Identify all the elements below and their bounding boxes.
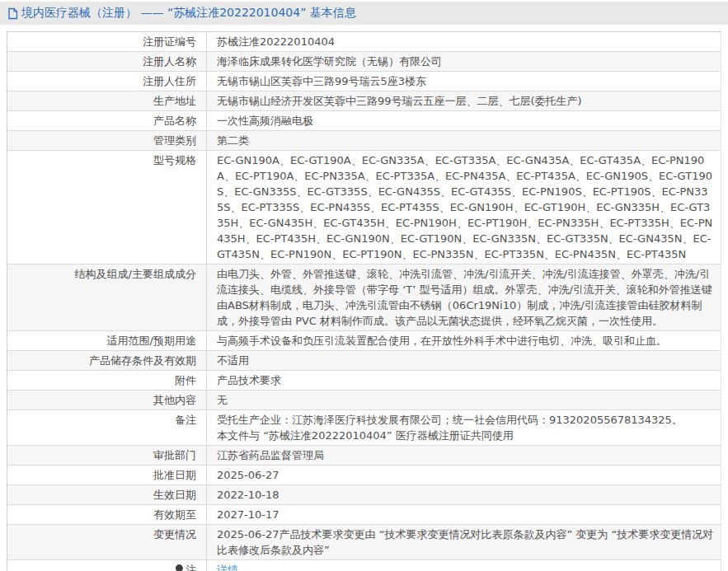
row-value: 2025-06-27 xyxy=(207,466,721,484)
row-label-text: 注 xyxy=(186,564,196,571)
row-label: 注册人住所 xyxy=(7,72,207,91)
table-row: 备注受托生产企业：江苏海泽医疗科技发展有限公司；统一社会信用代码：9132020… xyxy=(7,410,721,445)
note-icon xyxy=(174,564,184,571)
info-table: 注册证编号苏械注准20222010404注册人名称海泽临床成果转化医学研究院（无… xyxy=(7,31,721,571)
row-label-text: 审批部门 xyxy=(153,449,196,461)
table-row: 适用范围/预期用途与高频手术设备和负压引流装置配合使用，在开放性外科手术中进行电… xyxy=(7,330,721,350)
table-row: 产品名称一次性高频消融电极 xyxy=(7,110,721,130)
row-label-text: 注册证编号 xyxy=(143,35,196,48)
row-value: 受托生产企业：江苏海泽医疗科技发展有限公司；统一社会信用代码：913202055… xyxy=(207,410,721,445)
table-row: 生产地址无锡市锡山经济开发区芙蓉中三路99号瑞云五座一层、二层、七层(委托生产) xyxy=(7,91,721,110)
row-value: 无锡市锡山经济开发区芙蓉中三路99号瑞云五座一层、二层、七层(委托生产) xyxy=(207,91,721,110)
row-label-text: 注册人住所 xyxy=(143,75,196,87)
details-link[interactable]: 详情 xyxy=(217,564,238,571)
row-value: 与高频手术设备和负压引流装置配合使用，在开放性外科手术中进行电切、冲洗、吸引和止… xyxy=(207,331,721,350)
document-icon xyxy=(7,7,18,20)
row-label-text: 产品储存条件及有效期 xyxy=(89,354,196,367)
row-label-text: 变更情况 xyxy=(153,528,196,541)
row-label-text: 其他内容 xyxy=(153,394,196,406)
row-label: 管理类别 xyxy=(7,131,207,150)
row-label-text: 批准日期 xyxy=(153,469,196,481)
row-label: 附件 xyxy=(7,371,207,390)
row-label: 其他内容 xyxy=(7,391,207,410)
table-row: 附件产品技术要求 xyxy=(7,370,721,390)
row-value: EC-GN190A、EC-GT190A、EC-GN335A、EC-GT335A、… xyxy=(207,151,721,264)
table-row: 注详情 xyxy=(7,559,721,571)
row-label: 生产地址 xyxy=(7,91,207,110)
row-value: 第二类 xyxy=(207,131,721,150)
row-value: 苏械注准20222010404 xyxy=(207,32,721,51)
table-row: 型号规格EC-GN190A、EC-GT190A、EC-GN335A、EC-GT3… xyxy=(7,150,721,264)
row-label-text: 结构及组成/主要组成成分 xyxy=(75,268,196,280)
row-label: 变更情况 xyxy=(7,525,207,559)
row-label: 注册人名称 xyxy=(7,52,207,71)
row-value: 无 xyxy=(207,391,721,410)
table-row: 注册人名称海泽临床成果转化医学研究院（无锡）有限公司 xyxy=(7,51,721,71)
row-label-text: 生产地址 xyxy=(153,95,196,107)
row-label-text: 有效期至 xyxy=(153,508,196,521)
row-label: 备注 xyxy=(7,410,207,445)
row-value: 海泽临床成果转化医学研究院（无锡）有限公司 xyxy=(207,52,721,71)
table-row: 生效日期2022-10-18 xyxy=(7,484,721,504)
row-label: 产品储存条件及有效期 xyxy=(7,351,207,370)
table-row: 注册人住所无锡市锡山区芙蓉中三路99号瑞云5座3楼东 xyxy=(7,71,721,91)
row-label-text: 适用范围/预期用途 xyxy=(107,335,196,347)
row-value: 由电刀头、外管、外管推送键、滚轮、冲洗引流管、冲洗/引流开关、冲洗/引流连接管、… xyxy=(207,264,721,330)
row-label: 注册证编号 xyxy=(7,32,207,51)
row-label: 产品名称 xyxy=(7,111,207,130)
row-label-text: 管理类别 xyxy=(153,134,196,147)
row-value: 不适用 xyxy=(207,351,721,370)
page-title: 境内医疗器械（注册） —— “苏械注准20222010404” 基本信息 xyxy=(21,6,356,21)
row-label: 生效日期 xyxy=(7,485,207,504)
row-value: 2025-06-27产品技术要求变更由 “技术要求变更情况对比表原条款及内容” … xyxy=(207,525,721,559)
table-row: 产品储存条件及有效期不适用 xyxy=(7,350,721,370)
row-value: 详情 xyxy=(207,560,721,571)
table-row: 其他内容无 xyxy=(7,390,721,410)
page-header: 境内医疗器械（注册） —— “苏械注准20222010404” 基本信息 xyxy=(0,2,728,25)
row-label: 审批部门 xyxy=(7,446,207,465)
table-row: 有效期至2027-10-17 xyxy=(7,504,721,524)
row-label: 适用范围/预期用途 xyxy=(7,331,207,350)
row-label: 型号规格 xyxy=(7,151,207,264)
row-label-text: 附件 xyxy=(175,374,196,386)
table-row: 注册证编号苏械注准20222010404 xyxy=(7,32,721,51)
row-value: 2022-10-18 xyxy=(207,485,721,504)
row-value: 一次性高频消融电极 xyxy=(207,111,721,130)
row-label: 有效期至 xyxy=(7,505,207,524)
table-row: 结构及组成/主要组成成分由电刀头、外管、外管推送键、滚轮、冲洗引流管、冲洗/引流… xyxy=(7,264,721,330)
row-value: 产品技术要求 xyxy=(207,371,721,390)
row-label: 注 xyxy=(7,560,207,571)
row-value: 无锡市锡山区芙蓉中三路99号瑞云5座3楼东 xyxy=(207,72,721,91)
table-row: 批准日期2025-06-27 xyxy=(7,465,721,484)
row-value: 2027-10-17 xyxy=(207,505,721,524)
row-value: 江苏省药品监督管理局 xyxy=(207,446,721,465)
row-label-text: 产品名称 xyxy=(153,115,196,127)
row-label: 批准日期 xyxy=(7,466,207,484)
row-label-text: 注册人名称 xyxy=(143,55,196,68)
row-label-text: 型号规格 xyxy=(153,154,196,166)
row-label: 结构及组成/主要组成成分 xyxy=(7,264,207,330)
table-row: 管理类别第二类 xyxy=(7,130,721,150)
row-label-text: 备注 xyxy=(175,414,196,426)
table-row: 审批部门江苏省药品监督管理局 xyxy=(7,445,721,465)
row-label-text: 生效日期 xyxy=(153,489,196,501)
table-row: 变更情况2025-06-27产品技术要求变更由 “技术要求变更情况对比表原条款及… xyxy=(7,524,721,559)
